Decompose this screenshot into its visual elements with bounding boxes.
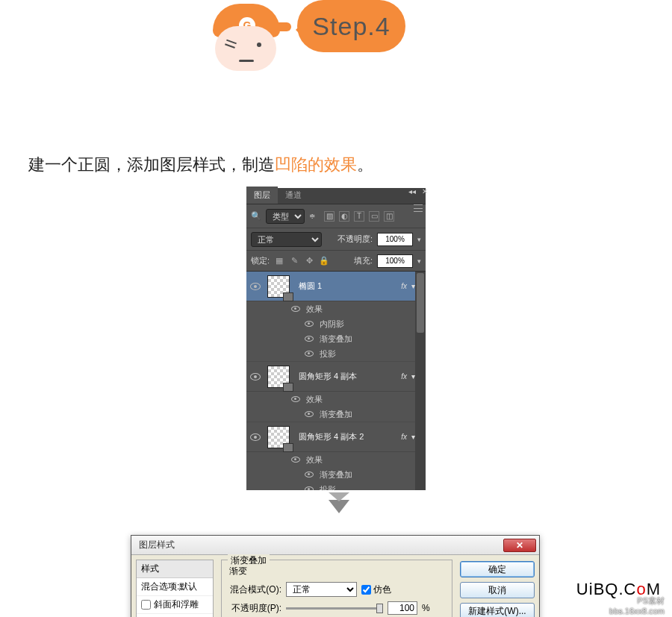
fx-item[interactable]: 渐变叠加 bbox=[320, 469, 352, 480]
panel-tabs: 图层 通道 bbox=[246, 188, 426, 204]
dialog-titlebar[interactable]: 图层样式 ✕ bbox=[131, 536, 539, 555]
fx-badge[interactable]: fx bbox=[401, 372, 407, 380]
face-shape bbox=[215, 26, 276, 71]
lock-transparent-icon[interactable]: ▦ bbox=[274, 256, 284, 266]
fill-chevron-icon[interactable]: ▾ bbox=[417, 257, 421, 265]
style-bevel[interactable]: 斜面和浮雕 bbox=[137, 596, 213, 614]
fx-sublist: 效果 渐变叠加 投影 bbox=[246, 452, 426, 490]
filter-adjust-icon[interactable]: ◐ bbox=[339, 211, 349, 222]
layer-row[interactable]: 圆角矩形 4 副本 2 fx ▾ bbox=[246, 422, 426, 452]
new-style-button[interactable]: 新建样式(W)... bbox=[460, 603, 535, 617]
fx-visibility-toggle[interactable] bbox=[291, 396, 300, 402]
dialog-title: 图层样式 bbox=[134, 539, 503, 551]
step-label: Step.4 bbox=[312, 12, 390, 41]
instruction-text: 建一个正圆，添加图层样式，制造凹陷的效果。 bbox=[28, 154, 373, 176]
opacity-unit: % bbox=[422, 603, 430, 613]
panel-collapse-icon[interactable]: ◂◂ bbox=[408, 187, 416, 195]
style-blend-options[interactable]: 混合选项:默认 bbox=[137, 578, 213, 596]
fx-item[interactable]: 内阴影 bbox=[320, 319, 344, 330]
fx-badge[interactable]: fx bbox=[401, 433, 407, 441]
fx-item[interactable]: 效果 bbox=[306, 394, 323, 405]
layer-name[interactable]: 圆角矩形 4 副本 bbox=[299, 371, 401, 382]
fill-input[interactable] bbox=[377, 254, 413, 268]
layer-thumb-icon[interactable] bbox=[267, 426, 290, 448]
fx-badge[interactable]: fx bbox=[401, 282, 407, 290]
panel-menu-icon[interactable] bbox=[414, 204, 423, 212]
arrow-down-icon bbox=[329, 500, 349, 513]
filter-pixel-icon[interactable]: ▧ bbox=[324, 211, 335, 222]
instruction-post: 。 bbox=[357, 155, 373, 174]
fx-item[interactable]: 投影 bbox=[320, 484, 336, 491]
tab-layers[interactable]: 图层 bbox=[246, 187, 278, 204]
opacity-label: 不透明度: bbox=[337, 234, 373, 245]
filter-row: 🔍 类型 ≑ ▧ ◐ T ▭ ◫ bbox=[246, 204, 426, 228]
step-header: G Step.4 bbox=[209, 0, 405, 82]
lock-row: 锁定: ▦ ✎ ✥ 🔒 填充: ▾ bbox=[246, 251, 426, 272]
dither-checkbox[interactable] bbox=[361, 585, 371, 595]
layer-thumb-icon[interactable] bbox=[267, 366, 290, 388]
opacity-value-input[interactable] bbox=[388, 601, 417, 615]
cancel-button[interactable]: 取消 bbox=[460, 582, 535, 598]
layer-thumb-icon[interactable] bbox=[267, 275, 290, 298]
layer-name[interactable]: 椭圆 1 bbox=[299, 281, 401, 292]
fx-visibility-toggle[interactable] bbox=[305, 321, 314, 327]
blend-row: 正常 不透明度: ▾ bbox=[246, 228, 426, 251]
styles-list-header: 样式 bbox=[137, 560, 213, 578]
avatar-illustration: G bbox=[209, 0, 284, 82]
opacity-input[interactable] bbox=[377, 233, 413, 246]
fx-visibility-toggle[interactable] bbox=[305, 411, 314, 417]
ok-button[interactable]: 确定 bbox=[460, 561, 535, 577]
fx-item[interactable]: 渐变叠加 bbox=[320, 333, 352, 345]
layer-row[interactable]: 椭圆 1 fx ▾ bbox=[246, 272, 426, 301]
fx-item[interactable]: 渐变叠加 bbox=[320, 409, 352, 420]
blend-mode-select[interactable]: 正常 bbox=[251, 232, 322, 247]
layer-style-dialog: 图层样式 ✕ 样式 混合选项:默认 斜面和浮雕 渐变叠加 渐变 混合模式(O):… bbox=[131, 535, 540, 617]
fx-visibility-toggle[interactable] bbox=[291, 457, 300, 463]
fieldset-legend: 渐变叠加 bbox=[228, 554, 270, 567]
lock-all-icon[interactable]: 🔒 bbox=[319, 256, 329, 266]
style-bevel-checkbox[interactable] bbox=[141, 600, 151, 610]
opacity-slider-label: 不透明度(P): bbox=[229, 602, 281, 615]
blend-mode-label: 混合模式(O): bbox=[229, 583, 281, 596]
watermark-line1: PS素材 bbox=[637, 595, 665, 607]
blend-mode-combo[interactable]: 正常 bbox=[286, 582, 357, 597]
dither-label: 仿色 bbox=[373, 583, 391, 596]
fx-sublist: 效果 渐变叠加 bbox=[246, 392, 426, 422]
opacity-chevron-icon[interactable]: ▾ bbox=[417, 236, 421, 243]
filter-shape-icon[interactable]: ▭ bbox=[369, 211, 379, 222]
tab-channels[interactable]: 通道 bbox=[278, 187, 309, 204]
lock-brush-icon[interactable]: ✎ bbox=[289, 256, 299, 266]
visibility-toggle[interactable] bbox=[246, 283, 264, 290]
panel-close-icon[interactable]: ✕ bbox=[422, 187, 428, 195]
fill-label: 填充: bbox=[354, 255, 373, 266]
select-chevron-icon: ≑ bbox=[309, 212, 315, 220]
speech-bubble: Step.4 bbox=[297, 0, 405, 52]
opacity-slider[interactable] bbox=[286, 607, 383, 610]
visibility-toggle[interactable] bbox=[246, 373, 264, 380]
fx-visibility-toggle[interactable] bbox=[291, 306, 300, 312]
instruction-pre: 建一个正圆，添加图层样式，制造 bbox=[28, 155, 275, 174]
filter-smart-icon[interactable]: ◫ bbox=[384, 211, 394, 222]
fx-visibility-toggle[interactable] bbox=[305, 472, 314, 477]
fx-visibility-toggle[interactable] bbox=[305, 336, 314, 342]
fx-item[interactable]: 投影 bbox=[320, 348, 336, 360]
visibility-toggle[interactable] bbox=[246, 433, 264, 441]
fx-item[interactable]: 效果 bbox=[306, 304, 323, 315]
fx-visibility-toggle[interactable] bbox=[305, 486, 314, 490]
fx-visibility-toggle[interactable] bbox=[305, 351, 314, 357]
layer-name[interactable]: 圆角矩形 4 副本 2 bbox=[299, 431, 401, 442]
gradient-overlay-fieldset: 渐变叠加 渐变 混合模式(O): 正常 仿色 不透明度(P): % bbox=[221, 560, 452, 617]
layer-row[interactable]: 圆角矩形 4 副本 fx ▾ bbox=[246, 362, 426, 392]
layers-panel: ◂◂ ✕ 图层 通道 🔍 类型 ≑ ▧ ◐ T ▭ ◫ 正常 不透明度: ▾ 锁… bbox=[246, 188, 426, 490]
search-icon[interactable]: 🔍 bbox=[251, 211, 261, 221]
filter-type-select[interactable]: 类型 bbox=[266, 209, 305, 224]
lock-move-icon[interactable]: ✥ bbox=[304, 256, 314, 266]
fx-item[interactable]: 效果 bbox=[306, 454, 323, 466]
lock-label: 锁定: bbox=[251, 255, 270, 266]
filter-type-icon[interactable]: T bbox=[354, 211, 364, 222]
layers-list: 椭圆 1 fx ▾ 效果 内阴影 渐变叠加 投影 圆角矩形 4 副本 fx ▾ … bbox=[246, 272, 426, 490]
dialog-close-button[interactable]: ✕ bbox=[503, 539, 536, 552]
styles-list: 样式 混合选项:默认 斜面和浮雕 bbox=[136, 560, 214, 617]
layers-scrollbar[interactable] bbox=[415, 272, 426, 490]
instruction-highlight: 凹陷的效果 bbox=[275, 155, 357, 174]
